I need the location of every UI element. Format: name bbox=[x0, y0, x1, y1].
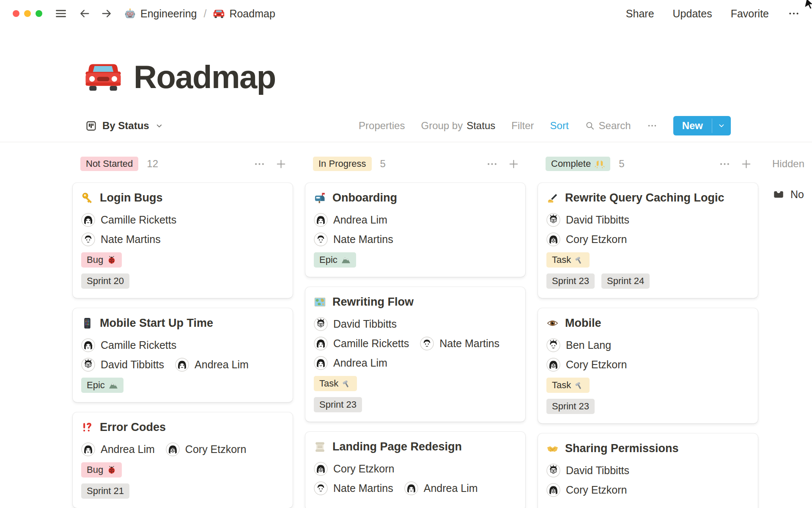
column-actions bbox=[486, 158, 519, 170]
card-title: Sharing Permissions bbox=[546, 442, 749, 455]
avatar bbox=[546, 213, 560, 227]
tag-row: Sprint 23Sprint 24 bbox=[546, 273, 749, 289]
card[interactable]: Error CodesAndrea LimCory EtzkornBugSpri… bbox=[73, 412, 293, 508]
card-title: Onboarding bbox=[314, 191, 517, 204]
toolbar-controls: Properties Group by Status Filter Sort S… bbox=[359, 116, 731, 135]
person: David Tibbitts bbox=[546, 213, 629, 227]
column-status-pill[interactable]: In Progress bbox=[313, 157, 372, 171]
breadcrumb-item-roadmap[interactable]: Roadmap bbox=[213, 8, 275, 20]
avatar bbox=[420, 337, 434, 351]
car-icon bbox=[85, 61, 122, 93]
board: Not Started12Login BugsCamille RickettsN… bbox=[0, 142, 812, 508]
hidden-group-no-status[interactable]: No bbox=[772, 188, 812, 201]
toolbar-more-button[interactable] bbox=[647, 121, 657, 131]
card[interactable]: Sharing PermissionsDavid TibbittsCory Et… bbox=[538, 433, 758, 508]
avatar bbox=[546, 232, 560, 246]
filter-button[interactable]: Filter bbox=[511, 120, 534, 132]
add-card-button[interactable] bbox=[508, 158, 519, 170]
new-button-dropdown[interactable] bbox=[712, 116, 731, 135]
avatar bbox=[314, 213, 328, 227]
group-by-prefix: Group by bbox=[421, 120, 463, 132]
zoom-window-button[interactable] bbox=[36, 10, 42, 17]
share-button[interactable]: Share bbox=[626, 8, 654, 20]
board-column-not-started: Not Started12Login BugsCamille RickettsN… bbox=[73, 155, 293, 508]
breadcrumb-label: Roadmap bbox=[229, 8, 275, 20]
updates-button[interactable]: Updates bbox=[673, 8, 712, 20]
tag-label: Sprint 20 bbox=[87, 276, 124, 287]
card[interactable]: Landing Page RedesignCory EtzkornNate Ma… bbox=[305, 432, 525, 508]
eye-icon bbox=[546, 317, 559, 329]
favorite-button[interactable]: Favorite bbox=[731, 8, 769, 20]
column-more-button[interactable] bbox=[719, 158, 730, 170]
tag-label: Sprint 23 bbox=[319, 399, 357, 410]
tag-label: Sprint 21 bbox=[87, 486, 124, 497]
person-name: Camille Ricketts bbox=[101, 339, 176, 351]
breadcrumb-item-engineering[interactable]: Engineering bbox=[124, 8, 197, 20]
column-actions bbox=[719, 158, 752, 170]
column-status-pill[interactable]: Complete bbox=[546, 157, 610, 171]
more-icon bbox=[486, 158, 498, 170]
person: Nate Martins bbox=[420, 337, 499, 351]
car-icon bbox=[213, 8, 225, 19]
more-icon bbox=[647, 121, 657, 131]
column-header: Complete5 bbox=[538, 155, 758, 173]
column-status-pill[interactable]: Not Started bbox=[80, 157, 138, 171]
view-switcher-by-status[interactable]: By Status bbox=[85, 120, 164, 132]
properties-button[interactable]: Properties bbox=[359, 120, 405, 132]
card[interactable]: Rewriting FlowDavid TibbittsCamille Rick… bbox=[305, 287, 525, 422]
column-count: 5 bbox=[380, 158, 386, 170]
add-card-button[interactable] bbox=[275, 158, 287, 170]
back-icon[interactable] bbox=[79, 8, 91, 19]
column-cards: OnboardingAndrea LimNate MartinsEpicRewr… bbox=[305, 183, 525, 508]
board-column-complete: Complete5Rewrite Query Caching LogicDavi… bbox=[538, 155, 758, 508]
tag-label: Epic bbox=[319, 254, 337, 265]
card-title: Mobile bbox=[546, 317, 749, 330]
sort-button[interactable]: Sort bbox=[550, 120, 569, 132]
topbar-more-button[interactable] bbox=[787, 7, 800, 20]
group-by-button[interactable]: Group by Status bbox=[421, 120, 495, 132]
avatar bbox=[314, 337, 328, 351]
forward-icon[interactable] bbox=[101, 8, 112, 19]
card-title-text: Rewriting Flow bbox=[332, 295, 414, 309]
card[interactable]: Mobile Start Up TimeCamille RickettsDavi… bbox=[73, 308, 293, 402]
card[interactable]: Login BugsCamille RickettsNate MartinsBu… bbox=[73, 183, 293, 298]
column-more-button[interactable] bbox=[486, 158, 498, 170]
tag-row: Bug bbox=[81, 252, 284, 268]
handshake-icon bbox=[546, 442, 559, 455]
person: Andrea Lim bbox=[81, 442, 155, 456]
tag-epic: Epic bbox=[314, 252, 356, 268]
ladybug-icon bbox=[107, 465, 116, 475]
person-row: Nate Martins bbox=[81, 232, 284, 246]
person-name: Cory Etzkorn bbox=[185, 443, 246, 456]
person: David Tibbitts bbox=[314, 317, 397, 331]
card-title-text: Login Bugs bbox=[100, 191, 162, 204]
tag-row: Task bbox=[546, 252, 749, 268]
minimize-window-button[interactable] bbox=[24, 10, 31, 17]
group-by-value: Status bbox=[466, 120, 495, 132]
person: Andrea Lim bbox=[314, 356, 387, 370]
person-name: David Tibbitts bbox=[101, 359, 164, 371]
tag-label: Task bbox=[552, 254, 571, 265]
avatar bbox=[175, 358, 189, 372]
tag-sprint-23: Sprint 23 bbox=[546, 273, 595, 289]
new-button[interactable]: New bbox=[673, 116, 712, 135]
card[interactable]: MobileBen LangCory EtzkornTaskSprint 23 bbox=[538, 308, 758, 423]
person: Cory Etzkorn bbox=[166, 442, 246, 456]
search-button[interactable]: Search bbox=[585, 120, 631, 132]
new-split-button: New bbox=[673, 116, 731, 135]
card[interactable]: Rewrite Query Caching LogicDavid Tibbitt… bbox=[538, 183, 758, 298]
close-window-button[interactable] bbox=[13, 10, 19, 17]
column-more-button[interactable] bbox=[254, 158, 265, 170]
person: Andrea Lim bbox=[404, 481, 478, 495]
person: Cory Etzkorn bbox=[546, 483, 627, 497]
menu-icon[interactable] bbox=[54, 7, 68, 20]
breadcrumb-label: Engineering bbox=[140, 8, 197, 20]
person-row: Camille Ricketts bbox=[81, 213, 284, 227]
add-card-button[interactable] bbox=[741, 158, 752, 170]
tag-sprint-23: Sprint 23 bbox=[314, 397, 362, 412]
card-title: Error Codes bbox=[81, 421, 284, 434]
card[interactable]: OnboardingAndrea LimNate MartinsEpic bbox=[305, 183, 525, 277]
hidden-groups-label: Hidden bbox=[772, 155, 812, 173]
raised-hands-icon bbox=[595, 159, 605, 169]
person: Andrea Lim bbox=[314, 213, 387, 227]
